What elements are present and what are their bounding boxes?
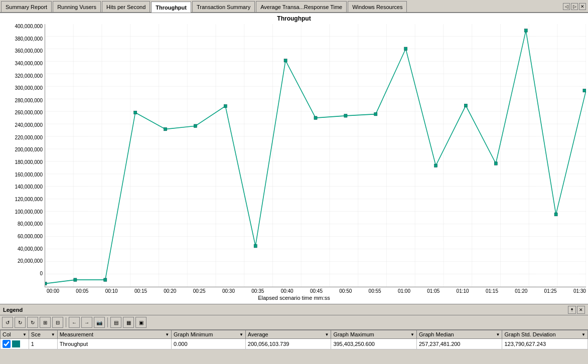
legend-controls: 🖈 ✕ bbox=[568, 306, 585, 314]
cell-graph-minimum: 0.000 bbox=[172, 339, 246, 349]
toolbar-btn-6[interactable]: ← bbox=[69, 317, 80, 328]
cell-graph-maximum: 395,403,250.600 bbox=[331, 339, 417, 349]
data-table: Col ▼ Sce ▼ Measurement ▼ bbox=[0, 330, 588, 349]
cell-scenario: 1 bbox=[29, 339, 57, 349]
toolbar-btn-2[interactable]: ↻ bbox=[15, 317, 26, 328]
chart-title: Throughput bbox=[2, 15, 586, 22]
cell-std-deviation: 123,790,627.243 bbox=[502, 339, 588, 349]
tab-summary-report[interactable]: Summary Report bbox=[1, 1, 52, 12]
svg-rect-12 bbox=[254, 245, 257, 248]
tab-next-button[interactable]: ▷ bbox=[571, 3, 578, 10]
svg-rect-16 bbox=[374, 112, 377, 115]
chart-inner: 400,000,000 380,000,000 360,000,000 340,… bbox=[2, 24, 586, 287]
legend-title: Legend bbox=[3, 307, 23, 313]
legend-bar: Legend 🖈 ✕ bbox=[0, 304, 588, 315]
x-axis-labels: 00:00 00:05 00:10 00:15 00:20 00:25 00:3… bbox=[2, 288, 586, 294]
tab-prev-button[interactable]: ◁ bbox=[563, 3, 570, 10]
th-graph-minimum[interactable]: Graph Minimum ▼ bbox=[172, 330, 246, 339]
svg-rect-14 bbox=[314, 116, 317, 119]
chart-svg bbox=[45, 24, 586, 287]
toolbar: ↺ ↻ ↻ ⊞ ⊟ ← → 📷 ▤ ▦ ▣ bbox=[0, 315, 588, 330]
th-measurement[interactable]: Measurement ▼ bbox=[57, 330, 171, 339]
legend-close-button[interactable]: ✕ bbox=[577, 306, 585, 314]
toolbar-separator-2 bbox=[107, 317, 108, 327]
cell-measurement: Throughput bbox=[57, 339, 171, 349]
svg-rect-22 bbox=[554, 213, 557, 216]
svg-rect-4 bbox=[45, 24, 586, 287]
cell-col bbox=[1, 339, 29, 349]
svg-rect-21 bbox=[524, 29, 527, 32]
svg-rect-10 bbox=[194, 124, 197, 127]
tab-windows-resources[interactable]: Windows Resources bbox=[348, 1, 407, 12]
svg-rect-23 bbox=[583, 89, 586, 92]
toolbar-btn-8[interactable]: 📷 bbox=[94, 317, 105, 328]
svg-rect-20 bbox=[494, 162, 497, 165]
th-std-deviation[interactable]: Graph Std. Deviation ▼ bbox=[502, 330, 588, 339]
toolbar-btn-4[interactable]: ⊞ bbox=[40, 317, 51, 328]
legend-pin-button[interactable]: 🖈 bbox=[568, 306, 576, 314]
toolbar-btn-9[interactable]: ▤ bbox=[110, 317, 121, 328]
row-checkbox[interactable] bbox=[3, 340, 11, 348]
chart-container: Throughput 400,000,000 380,000,000 360,0… bbox=[0, 13, 588, 304]
svg-rect-15 bbox=[344, 114, 347, 117]
toolbar-btn-11[interactable]: ▣ bbox=[135, 317, 146, 328]
tab-hits-per-second[interactable]: Hits per Second bbox=[102, 1, 150, 12]
th-graph-median[interactable]: Graph Median ▼ bbox=[416, 330, 502, 339]
svg-rect-7 bbox=[104, 278, 107, 281]
chart-plot-area bbox=[45, 24, 586, 287]
tab-close-button[interactable]: ✕ bbox=[579, 3, 586, 10]
th-graph-maximum[interactable]: Graph Maximum ▼ bbox=[331, 330, 417, 339]
tab-running-vusers[interactable]: Running Vusers bbox=[53, 1, 101, 12]
svg-rect-6 bbox=[74, 278, 77, 281]
tab-bar: Summary Report Running Vusers Hits per S… bbox=[0, 0, 588, 13]
tab-throughput[interactable]: Throughput bbox=[151, 2, 191, 13]
svg-rect-13 bbox=[284, 59, 287, 62]
tab-avg-response-time[interactable]: Average Transa...Response Time bbox=[256, 1, 347, 12]
toolbar-btn-5[interactable]: ⊟ bbox=[52, 317, 63, 328]
table-row: 1 Throughput 0.000 200,056,103.739 395,4… bbox=[1, 339, 588, 349]
row-color-swatch bbox=[12, 340, 20, 347]
toolbar-separator-1 bbox=[66, 317, 66, 327]
svg-rect-19 bbox=[464, 104, 467, 107]
tab-nav-buttons: ◁ ▷ ✕ bbox=[563, 1, 588, 12]
x-axis-title: Elapsed scenario time mm:ss bbox=[2, 295, 586, 301]
svg-rect-11 bbox=[224, 104, 227, 107]
cell-graph-median: 257,237,481.200 bbox=[416, 339, 502, 349]
y-axis-labels: 400,000,000 380,000,000 360,000,000 340,… bbox=[2, 24, 45, 287]
th-average[interactable]: Average ▼ bbox=[245, 330, 331, 339]
th-col[interactable]: Col ▼ bbox=[1, 330, 29, 339]
toolbar-btn-3[interactable]: ↻ bbox=[27, 317, 38, 328]
toolbar-btn-7[interactable]: → bbox=[81, 317, 92, 328]
svg-rect-17 bbox=[404, 47, 407, 50]
data-table-container: Col ▼ Sce ▼ Measurement ▼ bbox=[0, 330, 588, 349]
toolbar-btn-1[interactable]: ↺ bbox=[2, 317, 13, 328]
th-scenario[interactable]: Sce ▼ bbox=[29, 330, 57, 339]
svg-rect-8 bbox=[134, 111, 137, 114]
toolbar-btn-10[interactable]: ▦ bbox=[123, 317, 134, 328]
svg-rect-18 bbox=[434, 164, 437, 167]
svg-rect-5 bbox=[45, 282, 47, 285]
tab-transaction-summary[interactable]: Transaction Summary bbox=[192, 1, 255, 12]
svg-rect-9 bbox=[164, 127, 167, 130]
cell-average: 200,056,103.739 bbox=[245, 339, 331, 349]
